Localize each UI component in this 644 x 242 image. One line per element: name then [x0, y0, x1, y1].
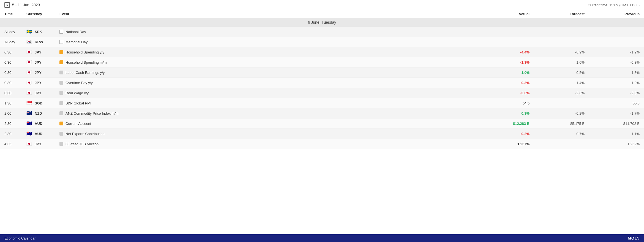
- time-cell: 0:30: [4, 81, 26, 85]
- flag-icon: 🇦🇺: [26, 121, 33, 126]
- event-checkbox-icon: [59, 40, 63, 44]
- event-name: Household Spending y/y: [66, 50, 104, 54]
- current-time-display: Current time: 15:09 (GMT +1:00): [588, 3, 640, 7]
- event-name: Current Account: [66, 122, 91, 126]
- previous-value: 1.3%: [585, 71, 640, 75]
- table-row[interactable]: 0:30🇯🇵JPYLabor Cash Earnings y/y1.0%0.5%…: [0, 68, 644, 78]
- event-name: 30-Year JGB Auction: [66, 142, 99, 146]
- col-previous: Previous: [585, 12, 640, 16]
- forecast-value: -0.9%: [530, 50, 585, 54]
- table-row[interactable]: 2:30🇦🇺AUDCurrent Account$12.283 B$5.175 …: [0, 119, 644, 129]
- impact-indicator: [59, 122, 63, 125]
- header-bar: 5 5 - 11 Jun, 2023 Current time: 15:09 (…: [0, 0, 644, 10]
- table-row[interactable]: All day🇰🇷KRWMemorial Day: [0, 37, 644, 47]
- event-name: ANZ Commodity Price Index m/m: [66, 111, 119, 115]
- currency-cell: 🇯🇵JPY: [26, 50, 59, 54]
- actual-value: 1.257%: [474, 142, 530, 146]
- event-cell: National Day: [59, 30, 474, 34]
- event-name: Labor Cash Earnings y/y: [66, 71, 105, 75]
- event-name: Overtime Pay y/y: [66, 81, 93, 85]
- currency-code: AUD: [35, 132, 42, 136]
- col-actual: Actual: [474, 12, 530, 16]
- event-cell: Overtime Pay y/y: [59, 81, 474, 85]
- impact-indicator: [59, 60, 63, 64]
- table-row[interactable]: 0:30🇯🇵JPYHousehold Spending y/y-4.4%-0.9…: [0, 47, 644, 57]
- actual-value: -1.3%: [474, 60, 530, 64]
- event-cell: 30-Year JGB Auction: [59, 142, 474, 146]
- time-cell: All day: [4, 40, 26, 44]
- table-row[interactable]: 0:30🇯🇵JPYOvertime Pay y/y-0.3%1.4%1.2%: [0, 78, 644, 88]
- currency-code: AUD: [35, 122, 42, 126]
- time-cell: 0:30: [4, 50, 26, 54]
- actual-value: 0.3%: [474, 111, 530, 115]
- forecast-value: $5.175 B: [530, 122, 585, 126]
- previous-value: 1.1%: [585, 132, 640, 136]
- event-cell: Real Wage y/y: [59, 91, 474, 95]
- event-checkbox-icon: [59, 30, 63, 34]
- currency-cell: 🇯🇵JPY: [26, 142, 59, 146]
- flag-icon: 🇦🇺: [26, 131, 33, 136]
- forecast-value: 1.4%: [530, 81, 585, 85]
- section-header-0: 6 June, Tuesday: [0, 18, 644, 27]
- event-cell: ANZ Commodity Price Index m/m: [59, 111, 474, 115]
- footer-title: Economic Calendar: [4, 236, 36, 240]
- previous-value: 55.3: [585, 101, 640, 105]
- actual-value: -0.2%: [474, 132, 530, 136]
- currency-code: JPY: [35, 142, 42, 146]
- table-row[interactable]: 1:30🇸🇬SGDS&P Global PMI54.555.3: [0, 98, 644, 108]
- content-area: 6 June, TuesdayAll day🇸🇪SEKNational DayA…: [0, 18, 644, 236]
- impact-indicator: [59, 71, 63, 74]
- event-cell: Household Spending y/y: [59, 50, 474, 54]
- time-cell: 4:35: [4, 142, 26, 146]
- actual-value: -0.3%: [474, 81, 530, 85]
- impact-indicator: [59, 50, 63, 54]
- event-cell: Household Spending m/m: [59, 60, 474, 64]
- col-forecast: Forecast: [530, 12, 585, 16]
- actual-value: $12.283 B: [474, 122, 530, 126]
- flag-icon: 🇸🇬: [26, 101, 33, 105]
- table-row[interactable]: All day🇸🇪SEKNational Day: [0, 27, 644, 37]
- currency-cell: 🇯🇵JPY: [26, 70, 59, 75]
- table-row[interactable]: 4:35🇯🇵JPY30-Year JGB Auction1.257%1.252%: [0, 139, 644, 149]
- currency-cell: 🇦🇺AUD: [26, 121, 59, 126]
- col-time: Time: [4, 12, 26, 16]
- previous-value: 1.2%: [585, 81, 640, 85]
- table-row[interactable]: 0:30🇯🇵JPYHousehold Spending m/m-1.3%1.0%…: [0, 57, 644, 68]
- impact-indicator: [59, 132, 63, 136]
- forecast-value: 0.5%: [530, 71, 585, 75]
- flag-icon: 🇳🇿: [26, 111, 33, 115]
- currency-code: JPY: [35, 71, 42, 75]
- currency-cell: 🇳🇿NZD: [26, 111, 59, 115]
- currency-cell: 🇯🇵JPY: [26, 91, 59, 95]
- currency-cell: 🇯🇵JPY: [26, 60, 59, 64]
- event-name: Household Spending m/m: [66, 60, 107, 64]
- table-row[interactable]: 0:30🇯🇵JPYReal Wage y/y-3.0%-2.8%-2.3%: [0, 88, 644, 98]
- previous-value: -1.7%: [585, 111, 640, 115]
- table-row[interactable]: 2:00🇳🇿NZDANZ Commodity Price Index m/m0.…: [0, 108, 644, 119]
- flag-icon: 🇰🇷: [26, 40, 33, 44]
- col-currency: Currency: [26, 12, 59, 16]
- forecast-value: 0.7%: [530, 132, 585, 136]
- forecast-value: -0.2%: [530, 111, 585, 115]
- currency-code: SGD: [35, 101, 42, 105]
- currency-code: JPY: [35, 81, 42, 85]
- forecast-value: -2.8%: [530, 91, 585, 95]
- table-row[interactable]: 2:30🇦🇺AUDNet Exports Contribution-0.2%0.…: [0, 129, 644, 139]
- currency-cell: 🇸🇬SGD: [26, 101, 59, 105]
- actual-value: 54.5: [474, 101, 530, 105]
- date-range-label: 5 - 11 Jun, 2023: [12, 3, 40, 7]
- time-cell: 0:30: [4, 71, 26, 75]
- calendar-icon[interactable]: 5: [4, 2, 10, 8]
- footer-logo: MQL5: [628, 236, 640, 240]
- time-cell: 0:30: [4, 91, 26, 95]
- time-cell: 2:30: [4, 122, 26, 126]
- previous-value: -1.9%: [585, 50, 640, 54]
- event-name: Net Exports Contribution: [66, 132, 105, 136]
- event-cell: Memorial Day: [59, 40, 474, 44]
- impact-indicator: [59, 101, 63, 105]
- flag-icon: 🇯🇵: [26, 50, 33, 54]
- actual-value: 1.0%: [474, 71, 530, 75]
- currency-code: JPY: [35, 60, 42, 64]
- currency-code: NZD: [35, 111, 42, 115]
- currency-code: JPY: [35, 91, 42, 95]
